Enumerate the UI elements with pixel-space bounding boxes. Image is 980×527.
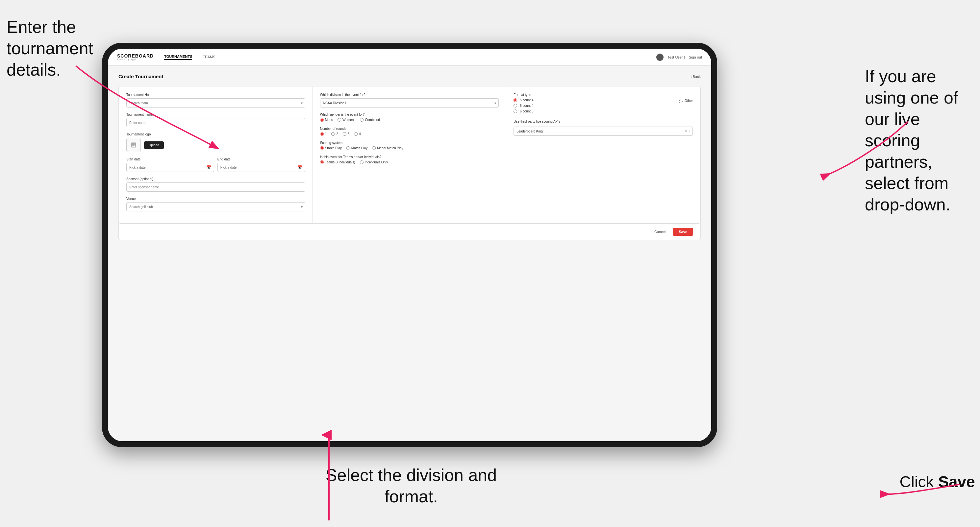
- calendar-icon: 📅: [207, 165, 212, 170]
- start-date-col: Start date 📅: [126, 157, 214, 172]
- venue-select-wrapper: ▾: [126, 202, 305, 211]
- teams-radio-group: Teams (+Individuals) Individuals Only: [320, 160, 499, 164]
- brand-title: SCOREBOARD: [117, 54, 154, 58]
- tablet-frame: SCOREBOARD Powered by clippit TOURNAMENT…: [102, 43, 717, 447]
- format-5count4[interactable]: 5 count 4: [514, 98, 533, 102]
- end-date-col: End date 📅: [218, 157, 305, 172]
- date-row: Start date 📅 End date: [126, 157, 305, 172]
- api-field-container: Use third-party live scoring API? ✕ ‹: [514, 120, 693, 136]
- upload-button[interactable]: Upload: [144, 141, 164, 149]
- nav-right: Test User | Sign out: [656, 54, 702, 61]
- scoring-label: Scoring system: [320, 141, 499, 144]
- signout-link[interactable]: Sign out: [689, 55, 702, 59]
- page-header: Create Tournament ‹ Back: [118, 74, 701, 79]
- end-date-label: End date: [218, 157, 305, 161]
- start-date-wrapper: 📅: [126, 163, 214, 172]
- sponsor-input[interactable]: [126, 183, 305, 192]
- rounds-4[interactable]: 4: [354, 132, 361, 136]
- format-other-radio[interactable]: [679, 100, 682, 103]
- tablet-screen: SCOREBOARD Powered by clippit TOURNAMENT…: [108, 49, 711, 441]
- api-clear-icon[interactable]: ✕ ‹: [684, 129, 690, 133]
- brand-sub: Powered by clippit: [117, 58, 154, 60]
- name-input[interactable]: [126, 118, 305, 127]
- date-field: Start date 📅 End date: [126, 157, 305, 172]
- division-label: Which division is the event for?: [320, 93, 499, 97]
- image-icon: [130, 142, 137, 148]
- rounds-field: Number of rounds 1 2 3: [320, 127, 499, 136]
- user-label: Test User |: [668, 55, 684, 59]
- navbar: SCOREBOARD Powered by clippit TOURNAMENT…: [108, 49, 711, 66]
- host-label: Tournament Host: [126, 93, 305, 97]
- venue-field: Venue ▾: [126, 197, 305, 211]
- gender-field: Which gender is the event for? Mens Wome…: [320, 113, 499, 122]
- gender-womens[interactable]: Womens: [337, 118, 355, 122]
- division-select-wrapper: NCAA Division I: [320, 98, 499, 108]
- start-date-label: Start date: [126, 157, 214, 161]
- form-footer: Cancel Save: [119, 224, 700, 240]
- format-6count5[interactable]: 6 count 5: [514, 110, 533, 113]
- rounds-1[interactable]: 1: [320, 132, 327, 136]
- form-container: Tournament Host ▾ Tournament name Tourna: [118, 86, 701, 240]
- format-type-field: Format type 5 count 4 6 count 4: [514, 93, 693, 113]
- sponsor-label: Sponsor (optional): [126, 177, 305, 181]
- brand: SCOREBOARD Powered by clippit: [117, 54, 154, 60]
- end-date-input[interactable]: [218, 163, 305, 172]
- form-col-2: Which division is the event for? NCAA Di…: [313, 86, 507, 223]
- save-button[interactable]: Save: [673, 228, 693, 236]
- cancel-button[interactable]: Cancel: [651, 228, 670, 236]
- start-date-input[interactable]: [126, 163, 214, 172]
- division-field: Which division is the event for? NCAA Di…: [320, 93, 499, 108]
- scoring-match[interactable]: Match Play: [347, 146, 368, 150]
- venue-input[interactable]: [126, 202, 305, 211]
- sponsor-field: Sponsor (optional): [126, 177, 305, 192]
- api-input[interactable]: [514, 127, 693, 136]
- nav-tournaments[interactable]: TOURNAMENTS: [164, 55, 192, 60]
- gender-label: Which gender is the event for?: [320, 113, 499, 116]
- scoring-field: Scoring system Stroke Play Match Play Me…: [320, 141, 499, 150]
- gender-combined[interactable]: Combined: [360, 118, 380, 122]
- format-type-label: Format type: [514, 93, 693, 97]
- host-input[interactable]: [126, 98, 305, 108]
- gender-mens[interactable]: Mens: [320, 118, 333, 122]
- logo-placeholder: [126, 138, 141, 152]
- host-select-wrapper: ▾: [126, 98, 305, 108]
- division-select[interactable]: NCAA Division I: [320, 98, 499, 108]
- user-avatar: [656, 54, 663, 61]
- annotation-top-left: Enter the tournament details.: [6, 16, 99, 81]
- calendar-icon-2: 📅: [298, 165, 303, 170]
- other-label: Other: [684, 99, 693, 103]
- gender-radio-group: Mens Womens Combined: [320, 118, 499, 122]
- teams-plus-individuals[interactable]: Teams (+Individuals): [320, 160, 355, 164]
- main-content: Create Tournament ‹ Back Tournament Host…: [108, 66, 711, 441]
- annotation-top-right: If you are using one of our live scoring…: [865, 66, 977, 215]
- teams-label: Is this event for Teams and/or Individua…: [320, 155, 499, 159]
- api-label: Use third-party live scoring API?: [514, 120, 693, 123]
- rounds-radio-group: 1 2 3 4: [320, 132, 499, 136]
- scoring-stroke[interactable]: Stroke Play: [320, 146, 342, 150]
- teams-field: Is this event for Teams and/or Individua…: [320, 155, 499, 164]
- tournament-logo-field: Tournament logo Upload: [126, 132, 305, 152]
- annotation-bottom-right: Click Save: [900, 473, 975, 491]
- form-col-1: Tournament Host ▾ Tournament name Tourna: [119, 86, 313, 223]
- rounds-label: Number of rounds: [320, 127, 499, 130]
- logo-upload-area: Upload: [126, 138, 305, 152]
- name-label: Tournament name: [126, 113, 305, 116]
- api-input-wrapper: ✕ ‹: [514, 127, 693, 136]
- scoring-radio-group: Stroke Play Match Play Medal Match Play: [320, 146, 499, 150]
- rounds-2[interactable]: 2: [331, 132, 338, 136]
- individuals-only[interactable]: Individuals Only: [360, 160, 388, 164]
- rounds-3[interactable]: 3: [343, 132, 350, 136]
- format-6count4[interactable]: 6 count 4: [514, 104, 533, 108]
- page-title: Create Tournament: [118, 74, 163, 79]
- back-link[interactable]: ‹ Back: [690, 75, 701, 79]
- end-date-wrapper: 📅: [218, 163, 305, 172]
- form-col-3: Format type 5 count 4 6 count 4: [506, 86, 700, 223]
- venue-label: Venue: [126, 197, 305, 200]
- annotation-bottom-center: Select the division and format.: [312, 465, 510, 507]
- logo-label: Tournament logo: [126, 132, 305, 136]
- nav-teams[interactable]: TEAMS: [203, 55, 215, 59]
- scoring-medal[interactable]: Medal Match Play: [372, 146, 403, 150]
- tournament-host-field: Tournament Host ▾: [126, 93, 305, 108]
- format-type-list: 5 count 4 6 count 4 6 count 5: [514, 98, 533, 113]
- tournament-name-field: Tournament name: [126, 113, 305, 127]
